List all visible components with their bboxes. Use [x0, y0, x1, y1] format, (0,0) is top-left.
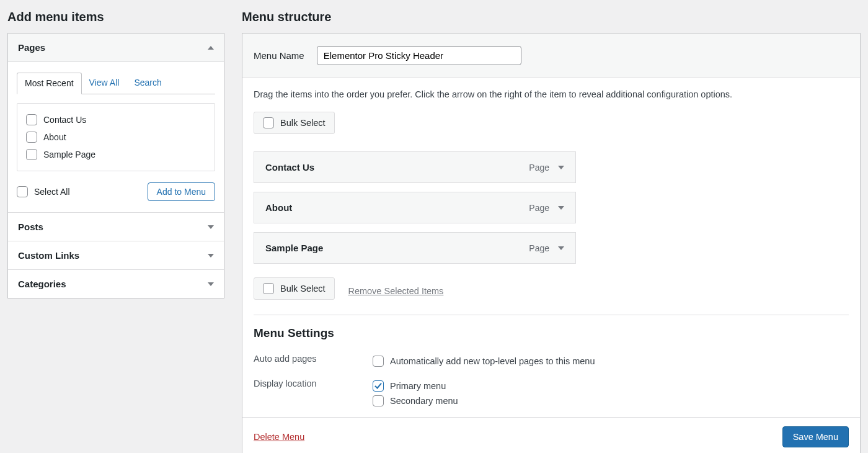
primary-menu-checkbox[interactable]: [373, 380, 384, 392]
chevron-down-icon[interactable]: [558, 166, 564, 169]
bulk-select-top-checkbox[interactable]: [263, 117, 274, 128]
accordion-section-pages: Pages Most Recent View All Search Contac…: [8, 34, 224, 212]
page-checkbox-contact-us[interactable]: [26, 114, 37, 125]
accordion-section-categories: Categories: [8, 269, 224, 298]
accordion-toggle-custom-links[interactable]: Custom Links: [8, 241, 224, 269]
menu-items-list: Contact Us Page About Page: [254, 151, 576, 264]
accordion-title-pages: Pages: [18, 42, 45, 53]
chevron-down-icon: [208, 282, 214, 286]
bulk-row-bottom: Bulk Select Remove Selected Items: [254, 277, 849, 300]
select-all-checkbox[interactable]: [17, 186, 28, 197]
drag-hint: Drag the items into the order you prefer…: [254, 89, 849, 99]
auto-add-pages-row: Auto add pages Automatically add new top…: [254, 349, 849, 374]
menu-item-title: About: [265, 202, 292, 213]
accordion-panel: Pages Most Recent View All Search Contac…: [7, 33, 224, 298]
menu-name-label: Menu Name: [254, 50, 304, 61]
menu-box: Menu Name Drag the items into the order …: [242, 33, 861, 453]
menu-item-type: Page: [529, 243, 549, 253]
chevron-up-icon: [208, 46, 214, 50]
menu-item-about[interactable]: About Page: [254, 192, 576, 223]
page-label: About: [43, 132, 66, 142]
page-checkbox-about[interactable]: [26, 132, 37, 143]
accordion-toggle-categories[interactable]: Categories: [8, 270, 224, 298]
list-item: About: [26, 128, 206, 146]
accordion-title-custom-links: Custom Links: [18, 250, 79, 261]
accordion-toggle-pages[interactable]: Pages: [8, 34, 224, 62]
add-to-menu-button[interactable]: Add to Menu: [148, 182, 215, 201]
page-checkbox-sample-page[interactable]: [26, 149, 37, 160]
display-location-label: Display location: [254, 379, 373, 388]
tab-search[interactable]: Search: [126, 73, 169, 94]
menu-structure-column: Menu structure Menu Name Drag the items …: [242, 6, 861, 453]
auto-add-pages-checkbox[interactable]: [373, 356, 384, 367]
save-menu-button[interactable]: Save Menu: [782, 426, 849, 447]
menu-item-contact-us[interactable]: Contact Us Page: [254, 151, 576, 183]
menu-header: Menu Name: [242, 34, 860, 78]
select-all-row: Select All Add to Menu: [17, 182, 215, 201]
remove-selected-link[interactable]: Remove Selected Items: [348, 286, 443, 296]
display-location-secondary[interactable]: Secondary menu: [373, 393, 458, 408]
accordion-section-posts: Posts: [8, 212, 224, 241]
chevron-down-icon: [208, 254, 214, 258]
menu-item-sample-page[interactable]: Sample Page Page: [254, 232, 576, 264]
select-all-text: Select All: [34, 187, 70, 197]
chevron-down-icon[interactable]: [558, 206, 564, 210]
auto-add-pages-text: Automatically add new top-level pages to…: [390, 356, 595, 366]
auto-add-pages-label: Auto add pages: [254, 354, 373, 364]
bulk-select-top-label: Bulk Select: [280, 118, 326, 128]
display-location-row: Display location Primary menu Secondary …: [254, 374, 849, 413]
menu-body: Drag the items into the order you prefer…: [242, 78, 860, 417]
list-item: Contact Us: [26, 111, 206, 128]
page-label: Contact Us: [43, 115, 86, 125]
display-location-primary[interactable]: Primary menu: [373, 379, 458, 393]
accordion-title-categories: Categories: [18, 279, 66, 289]
menu-item-title: Contact Us: [265, 162, 314, 173]
secondary-menu-checkbox[interactable]: [373, 395, 384, 406]
delete-menu-link[interactable]: Delete Menu: [254, 432, 304, 442]
divider: [254, 315, 849, 315]
pages-list: Contact Us About Sample Page: [17, 103, 215, 171]
list-item: Sample Page: [26, 146, 206, 163]
menu-structure-heading: Menu structure: [242, 10, 861, 24]
tab-most-recent[interactable]: Most Recent: [17, 73, 82, 94]
accordion-section-custom-links: Custom Links: [8, 241, 224, 269]
accordion-toggle-posts[interactable]: Posts: [8, 213, 224, 241]
bulk-select-bottom[interactable]: Bulk Select: [254, 277, 335, 300]
menu-item-type: Page: [529, 163, 549, 173]
select-all-label[interactable]: Select All: [17, 183, 70, 200]
bulk-select-bottom-checkbox[interactable]: [263, 283, 274, 294]
menu-name-input[interactable]: [317, 46, 521, 65]
menu-item-type: Page: [529, 203, 549, 213]
add-menu-items-heading: Add menu items: [7, 10, 224, 24]
secondary-menu-text: Secondary menu: [390, 396, 458, 406]
accordion-title-posts: Posts: [18, 222, 43, 232]
page-label: Sample Page: [43, 150, 95, 159]
pages-body: Most Recent View All Search Contact Us A…: [8, 62, 224, 212]
pages-tabs: Most Recent View All Search: [17, 72, 215, 94]
chevron-down-icon: [208, 225, 214, 229]
chevron-down-icon[interactable]: [558, 246, 564, 250]
bulk-select-bottom-label: Bulk Select: [280, 284, 326, 294]
add-menu-items-column: Add menu items Pages Most Recent View Al…: [7, 6, 224, 453]
bulk-select-top[interactable]: Bulk Select: [254, 112, 335, 134]
menu-item-title: Sample Page: [265, 243, 323, 253]
tab-view-all[interactable]: View All: [82, 73, 127, 94]
auto-add-pages-option[interactable]: Automatically add new top-level pages to…: [373, 354, 595, 369]
menu-settings-heading: Menu Settings: [254, 326, 849, 340]
primary-menu-text: Primary menu: [390, 381, 446, 391]
menu-footer: Delete Menu Save Menu: [242, 417, 860, 453]
